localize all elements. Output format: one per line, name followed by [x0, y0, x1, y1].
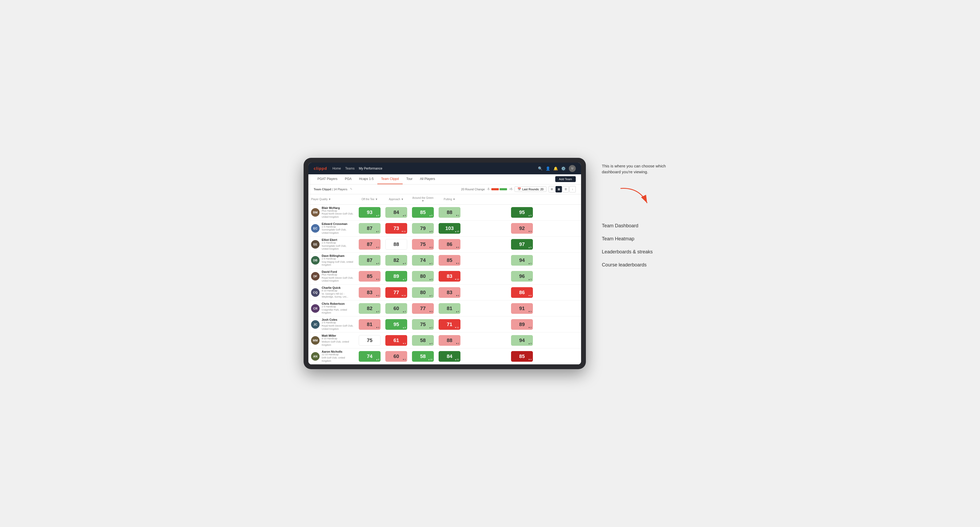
score-box: 87 4 — [359, 255, 380, 266]
arrow-icon — [401, 230, 403, 233]
score-box: 73 11 — [385, 223, 407, 234]
player-cell-2[interactable]: EE Elliot Ebert 1-5 Handicap Sunningdale… — [309, 237, 356, 252]
col-header-approach[interactable]: Approach ▼ — [383, 194, 410, 205]
player-cell-9[interactable]: AN Aaron Nicholls 11-15 Handicap Drift G… — [309, 348, 356, 364]
score-delta: 4 — [456, 310, 459, 313]
score-value: 86 — [447, 241, 452, 247]
tab-all-players[interactable]: All Players — [416, 174, 439, 184]
nav-teams[interactable]: Teams — [345, 167, 355, 170]
score-delta: 2 — [456, 342, 459, 344]
score-box: 87 3 — [359, 239, 380, 250]
add-team-button[interactable]: Add Team — [555, 176, 576, 182]
score-delta: 3 — [456, 262, 459, 265]
score-cell-r9-c0: 74 8 — [356, 348, 383, 364]
edit-icon[interactable]: ✎ — [350, 187, 352, 191]
arrow-icon — [429, 310, 431, 313]
score-value: 88 — [393, 241, 399, 247]
list-view-button[interactable]: ☰ — [562, 186, 569, 192]
table-view-button[interactable]: ▦ — [555, 186, 562, 192]
search-icon[interactable]: 🔍 — [538, 167, 542, 171]
score-cell-r1-c3: 103 15 — [436, 221, 463, 237]
player-avatar: DB — [311, 256, 320, 265]
arrow-icon — [376, 294, 378, 297]
score-delta: 6 — [456, 294, 459, 297]
nav-home[interactable]: Home — [332, 167, 341, 170]
player-club: Sunningdale Golf Club, United Kingdom — [322, 229, 354, 235]
col-header-off-tee[interactable]: Off the Tee ▼ — [356, 194, 383, 205]
score-cell-r5-c4: 86 8 — [463, 284, 581, 300]
score-value: 89 — [393, 273, 399, 279]
score-value: 97 — [519, 241, 525, 247]
arrow-icon — [528, 342, 530, 344]
player-cell-1[interactable]: EC Edward Crossman 1-5 Handicap Sunningd… — [309, 221, 356, 237]
col-header-player[interactable]: Player Quality ▼ — [309, 194, 356, 205]
tab-hcaps[interactable]: Hcaps 1-5 — [355, 174, 377, 184]
player-club: Craigmillar Park, United Kingdom — [322, 308, 354, 314]
col-header-putting[interactable]: Putting ▼ — [436, 194, 463, 205]
player-name: Aaron Nicholls — [322, 350, 354, 353]
score-delta: 9 — [376, 214, 379, 217]
score-delta: 1 — [429, 262, 433, 265]
settings-icon[interactable]: ⚙️ — [561, 167, 566, 171]
download-button[interactable]: ↓ — [570, 186, 576, 192]
bell-icon[interactable]: 🔔 — [554, 167, 558, 171]
tab-pga[interactable]: PGA — [341, 174, 355, 184]
score-value: 92 — [519, 225, 525, 231]
player-info: Charlie Quick 6-10 Handicap St. George's… — [322, 286, 354, 298]
page-wrapper: clippd Home Teams My Performance 🔍 👤 🔔 ⚙… — [304, 158, 676, 370]
table-body: BM Blair McHarg Plus Handicap Royal Nort… — [309, 205, 581, 364]
profile-icon[interactable]: 👤 — [546, 167, 550, 171]
player-avatar: CQ — [311, 288, 320, 297]
table-row: DF David Ford Plus Handicap Royal North … — [309, 268, 581, 284]
score-cell-r3-c3: 85 3 — [436, 252, 463, 268]
nav-logo: clippd — [314, 166, 327, 171]
score-cell-r9-c2: 58 10 — [410, 348, 436, 364]
arrow-icon — [429, 246, 431, 249]
avatar[interactable]: U — [569, 165, 576, 172]
tab-pgat-players[interactable]: PGAT Players — [314, 174, 341, 184]
score-delta: 1 — [376, 230, 379, 233]
col-header-around-green[interactable]: Around the Green ▼ — [410, 194, 436, 205]
score-delta: 3 — [528, 342, 531, 344]
sub-bar: Team Clippd | 14 Players ✎ 20 Round Chan… — [309, 184, 581, 194]
score-value: 71 — [447, 322, 452, 327]
player-cell-0[interactable]: BM Blair McHarg Plus Handicap Royal Nort… — [309, 205, 356, 221]
arrow-icon — [528, 214, 530, 217]
table-row: DB Dave Billingham 1-5 Handicap Gog Mago… — [309, 252, 581, 268]
tab-tour[interactable]: Tour — [402, 174, 416, 184]
player-cell-8[interactable]: MM Matt Miller 6-10 Handicap Woburn Golf… — [309, 332, 356, 348]
arrow-icon — [456, 246, 458, 249]
player-handicap: 1-5 Handicap — [322, 241, 354, 244]
dashboard-item-heatmap: Team Heatmap — [602, 236, 676, 242]
score-delta: 2 — [528, 326, 531, 329]
score-cell-r6-c4: 91 3 — [463, 300, 581, 316]
player-name: Chris Robertson — [322, 302, 354, 305]
dashboard-item-team: Team Dashboard — [602, 223, 676, 229]
grid-view-button[interactable]: ⊞ — [549, 186, 555, 192]
last-rounds-button[interactable]: 📅 Last Rounds: 20 — [514, 186, 546, 192]
score-cell-r3-c2: 74 1 — [410, 252, 436, 268]
player-cell-4[interactable]: DF David Ford Plus Handicap Royal North … — [309, 268, 356, 284]
last-rounds-label: Last Rounds: 20 — [522, 187, 544, 191]
player-club: Gog Magog Golf Club, United Kingdom — [322, 260, 354, 267]
player-handicap: 11-15 Handicap — [322, 353, 354, 356]
player-cell-3[interactable]: DB Dave Billingham 1-5 Handicap Gog Mago… — [309, 252, 356, 268]
arrow-icon — [456, 342, 458, 344]
player-cell-5[interactable]: CQ Charlie Quick 6-10 Handicap St. Georg… — [309, 284, 356, 300]
tab-team-clippd[interactable]: Team Clippd — [377, 174, 402, 184]
table-row: BM Blair McHarg Plus Handicap Royal Nort… — [309, 205, 581, 221]
change-bar — [492, 188, 507, 190]
score-box: 96 3 — [511, 271, 533, 282]
score-cell-r5-c2: 80 1 — [410, 284, 436, 300]
score-delta: 1 — [528, 262, 531, 265]
score-value: 77 — [393, 290, 399, 295]
score-box: 85 3 — [439, 255, 460, 266]
player-cell-7[interactable]: JC Josh Coles 1-5 Handicap Royal North D… — [309, 316, 356, 332]
tablet-screen: clippd Home Teams My Performance 🔍 👤 🔔 ⚙… — [309, 163, 581, 365]
arrow-icon — [456, 262, 458, 265]
arrow-icon — [455, 326, 457, 329]
score-delta: 4 — [402, 262, 406, 265]
player-cell-6[interactable]: CR Chris Robertson 1-5 Handicap Craigmil… — [309, 300, 356, 316]
arrow-icon — [376, 214, 378, 217]
nav-my-performance[interactable]: My Performance — [359, 167, 382, 170]
